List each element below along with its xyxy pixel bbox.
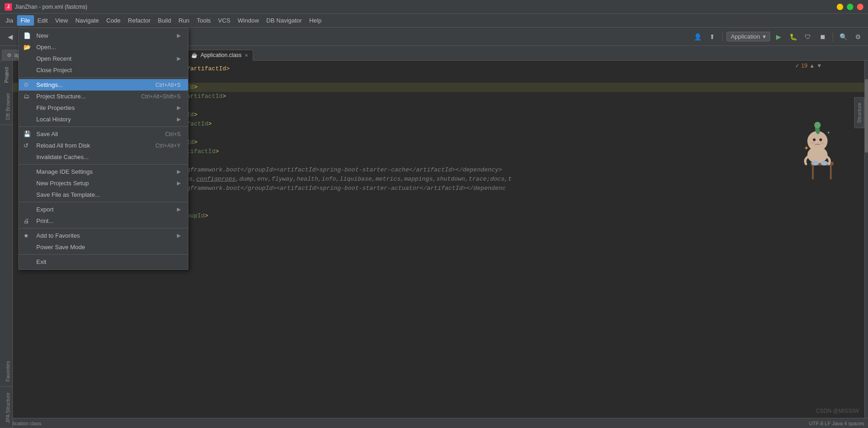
export-arrow: ▶ [177, 206, 181, 212]
title-bar: J JianZhan - pom.xml (fastcms) [0, 0, 868, 14]
debug-button[interactable]: 🐛 [787, 30, 800, 43]
menu-entry-local-history[interactable]: Local History ▶ [19, 114, 188, 125]
menu-entry-exit-label: Exit [36, 258, 181, 265]
menu-code[interactable]: Code [102, 15, 124, 26]
error-nav-up[interactable]: ▲ [809, 63, 815, 69]
menu-entry-exit[interactable]: Exit [19, 256, 188, 268]
favorites-arrow: ▶ [177, 233, 181, 239]
menu-entry-save-template-label: Save File as Template... [36, 191, 181, 198]
menu-edit[interactable]: Edit [34, 15, 51, 26]
print-icon: 🖨 [23, 217, 33, 224]
menu-entry-open[interactable]: 📂 Open... [19, 41, 188, 53]
menu-entry-open-recent[interactable]: Open Recent ▶ [19, 53, 188, 64]
panel-tab-db-browser[interactable]: DB Browser [0, 88, 12, 125]
status-bar: Application class UTF-8 LF Java 4 spaces [0, 418, 868, 428]
svg-point-9 [814, 122, 821, 128]
panel-tab-favorites[interactable]: Favorites [0, 356, 12, 387]
menu-entry-power-save[interactable]: Power Save Mode [19, 241, 188, 253]
menu-sep-1 [19, 77, 188, 78]
save-all-icon: 💾 [23, 131, 33, 137]
menu-navigate[interactable]: Navigate [72, 15, 102, 26]
tab-close-class[interactable]: ✕ [244, 53, 248, 58]
menu-jia[interactable]: Jia [2, 15, 17, 26]
menu-sep-5 [19, 228, 188, 228]
menu-entry-reload[interactable]: ↺ Reload All from Disk Ctrl+Alt+Y [19, 140, 188, 151]
tab-icon-properties: ⚙ [7, 52, 11, 58]
menu-entry-manage-ide[interactable]: Manage IDE Settings ▶ [19, 166, 188, 177]
back-button[interactable]: ◀ [4, 30, 17, 43]
close-button[interactable] [857, 4, 863, 10]
check-icon: ✓ [795, 63, 800, 69]
menu-entry-reload-label: Reload All from Disk [36, 142, 146, 149]
menu-tools[interactable]: Tools [193, 15, 214, 26]
menu-entry-close-project-label: Close Project [36, 67, 181, 74]
svg-point-11 [819, 138, 822, 141]
menu-entry-open-recent-label: Open Recent [36, 55, 173, 62]
menu-entry-save-all[interactable]: 💾 Save All Ctrl+S [19, 128, 188, 140]
menu-entry-new-label: New [36, 32, 173, 39]
menu-file[interactable]: File [17, 15, 34, 26]
search-button[interactable]: 🔍 [837, 30, 850, 43]
file-properties-arrow: ▶ [177, 105, 181, 111]
menu-entry-new[interactable]: 📄 New ▶ [19, 30, 188, 41]
watermark: CSDN @MISSIW [816, 408, 859, 414]
error-nav-down[interactable]: ▼ [817, 63, 822, 69]
panel-tab-jpa-structure[interactable]: JPA Structure [0, 388, 12, 428]
new-arrow: ▶ [177, 33, 181, 39]
menu-build[interactable]: Build [154, 15, 175, 26]
menu-refactor[interactable]: Refactor [124, 15, 154, 26]
scrollbar-thumb[interactable] [865, 79, 868, 153]
stop-button[interactable]: ⏹ [816, 30, 829, 43]
maximize-button[interactable] [847, 4, 853, 10]
svg-point-13 [820, 142, 824, 144]
run-coverage-button[interactable]: 🛡 [801, 30, 814, 43]
svg-rect-4 [812, 165, 814, 179]
update-button[interactable]: ⬆ [706, 30, 719, 43]
menu-window[interactable]: Window [234, 15, 262, 26]
menu-entry-open-label: Open... [36, 44, 181, 51]
panel-tab-project[interactable]: Project [2, 63, 11, 87]
save-all-shortcut: Ctrl+S [165, 131, 181, 137]
menu-entry-settings[interactable]: ⚙ Settings... Ctrl+Alt+S [19, 79, 188, 91]
menu-entry-save-all-label: Save All [36, 131, 156, 137]
svg-rect-5 [830, 165, 832, 179]
title-bar-controls[interactable] [837, 4, 863, 10]
menu-entry-add-favorites[interactable]: ★ Add to Favorites ▶ [19, 230, 188, 241]
tab-application-class[interactable]: ☕ Application.class ✕ [186, 50, 253, 61]
settings-entry-icon: ⚙ [23, 81, 33, 88]
vertical-scrollbar[interactable] [864, 61, 868, 428]
menu-run[interactable]: Run [175, 15, 193, 26]
run-button[interactable]: ▶ [772, 30, 785, 43]
menu-entry-file-properties[interactable]: File Properties ▶ [19, 102, 188, 114]
manage-ide-arrow: ▶ [177, 169, 181, 175]
menu-entry-invalidate-caches[interactable]: Invalidate Caches... [19, 151, 188, 163]
menu-entry-close-project[interactable]: Close Project [19, 64, 188, 76]
user-button[interactable]: 👤 [691, 30, 704, 43]
settings-button[interactable]: ⚙ [851, 30, 864, 43]
svg-text:✦: ✦ [804, 144, 809, 152]
run-config-label: Application [731, 33, 760, 40]
menu-entry-new-projects-setup[interactable]: New Projects Setup ▶ [19, 177, 188, 189]
svg-point-17 [821, 161, 828, 165]
minimize-button[interactable] [837, 4, 843, 10]
file-menu-dropdown: 📄 New ▶ 📂 Open... Open Recent ▶ Close Pr… [18, 28, 188, 270]
menu-entry-save-template[interactable]: Save File as Template... [19, 189, 188, 200]
error-indicator: ✓ 19 ▲ ▼ [795, 63, 822, 69]
menu-db-navigator[interactable]: DB Navigator [263, 15, 306, 26]
menu-view[interactable]: View [51, 15, 72, 26]
menu-entry-file-properties-label: File Properties [36, 104, 173, 111]
menu-vcs[interactable]: VCS [215, 15, 234, 26]
structure-tab[interactable]: Structure [854, 97, 864, 128]
menu-help[interactable]: Help [306, 15, 325, 26]
menu-entry-settings-label: Settings... [36, 81, 146, 88]
run-config-dropdown[interactable]: Application ▾ [726, 32, 770, 41]
menu-entry-export[interactable]: Export ▶ [19, 204, 188, 215]
run-config-arrow: ▾ [763, 33, 766, 40]
project-structure-icon: 🗂 [23, 93, 33, 100]
svg-point-7 [807, 131, 828, 151]
menu-entry-new-projects-label: New Projects Setup [36, 180, 173, 187]
menu-entry-print[interactable]: 🖨 Print... [19, 215, 188, 227]
menu-entry-add-favorites-label: Add to Favorites [36, 232, 173, 239]
local-history-arrow: ▶ [177, 116, 181, 122]
menu-entry-project-structure[interactable]: 🗂 Project Structure... Ctrl+Alt+Shift+S [19, 91, 188, 102]
